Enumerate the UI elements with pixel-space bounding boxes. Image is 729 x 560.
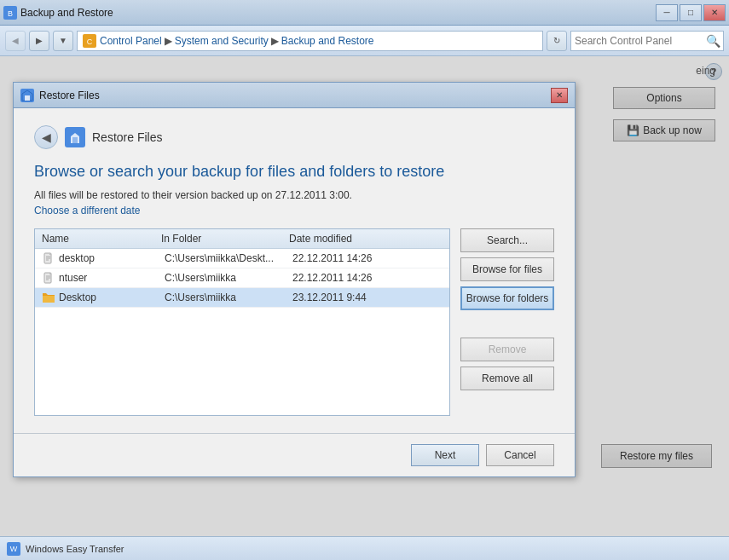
remove-button[interactable]: Remove (460, 338, 554, 361)
remove-all-button[interactable]: Remove all (460, 367, 554, 390)
dialog-title-bar: Restore Files ✕ (14, 83, 575, 108)
icon-letter: W (10, 545, 18, 553)
dialog-back-button[interactable]: ◀ (34, 125, 58, 149)
refresh-button[interactable]: ↻ (547, 31, 567, 51)
title-bar: B Backup and Restore ─ □ ✕ (0, 0, 729, 26)
folder-icon (42, 291, 55, 304)
file-icon (42, 251, 55, 265)
minimize-button[interactable]: ─ (656, 4, 678, 21)
col-header-name: Name (42, 233, 161, 245)
svg-text:B: B (8, 9, 13, 18)
browse-folders-button[interactable]: Browse for folders (460, 286, 554, 310)
file-name: ntuser (59, 272, 165, 284)
change-date-link[interactable]: Choose a different date (34, 205, 141, 216)
dialog-footer: Next Cancel (14, 433, 575, 476)
breadcrumb-part3[interactable]: Backup and Restore (281, 35, 374, 47)
table-row[interactable]: Desktop C:\Users\miikka 23.12.2011 9:44 (35, 288, 449, 308)
address-bar: ◀ ▶ ▼ C Control Panel ▶ System and Secur… (0, 26, 729, 56)
windows-easy-transfer-icon: W (7, 542, 20, 556)
file-date: 22.12.2011 14:26 (292, 272, 443, 284)
dialog-title-icon (20, 89, 34, 102)
restore-dialog: Restore Files ✕ ◀ (13, 82, 576, 477)
refresh-icon: ↻ (553, 36, 560, 45)
dialog-nav-title: Restore Files (92, 130, 162, 144)
file-table-header: Name In Folder Date modified (35, 229, 449, 249)
dialog-close-button[interactable]: ✕ (551, 88, 568, 103)
dropdown-icon: ▼ (59, 36, 67, 45)
dialog-nav-row: ◀ Restore Files (34, 125, 554, 149)
spacer (460, 315, 554, 332)
file-icon (42, 271, 55, 285)
breadcrumb-sep1: ▶ (165, 35, 172, 47)
col-header-folder: In Folder (161, 233, 289, 245)
file-table-container: Name In Folder Date modified (34, 228, 450, 416)
dialog-back-icon: ◀ (42, 130, 51, 144)
forward-icon: ▶ (36, 36, 43, 45)
file-name: Desktop (59, 292, 165, 303)
address-path[interactable]: C Control Panel ▶ System and Security ▶ … (77, 31, 543, 51)
breadcrumb-sep2: ▶ (271, 35, 279, 47)
forward-button[interactable]: ▶ (29, 31, 49, 51)
main-window: B Backup and Restore ─ □ ✕ ◀ ▶ ▼ C Contr… (0, 0, 729, 560)
cancel-button[interactable]: Cancel (486, 444, 554, 466)
content-area: ? eing Options 💾 Back up now Restore my … (0, 56, 729, 536)
title-bar-buttons: ─ □ ✕ (656, 4, 726, 21)
status-bar-text: Windows Easy Transfer (26, 544, 124, 554)
table-row[interactable]: ntuser C:\Users\miikka 22.12.2011 14:26 (35, 268, 449, 288)
search-button[interactable]: Search... (460, 228, 554, 252)
dialog-heading: Browse or search your backup for files a… (34, 163, 554, 181)
breadcrumb-part2[interactable]: System and Security (175, 35, 269, 47)
next-button[interactable]: Next (411, 444, 479, 466)
col-header-date: Date modified (289, 233, 443, 245)
status-bar: W Windows Easy Transfer (0, 536, 729, 560)
maximize-button[interactable]: □ (680, 4, 702, 21)
dialog-subtitle: All files will be restored to their vers… (34, 189, 554, 201)
file-folder: C:\Users\miikka (165, 272, 292, 284)
recent-pages-button[interactable]: ▼ (53, 31, 73, 51)
svg-text:C: C (87, 38, 93, 46)
dialog-main-row: Name In Folder Date modified (34, 228, 554, 416)
dialog-overlay: Restore Files ✕ ◀ (0, 56, 729, 536)
search-box-container: 🔍 (570, 31, 724, 51)
title-bar-icon: B (3, 6, 17, 20)
dialog-nav-icon (65, 127, 85, 147)
file-folder: C:\Users\miikka\Deskt... (165, 252, 292, 264)
browse-files-button[interactable]: Browse for files (460, 257, 554, 281)
search-input[interactable] (575, 35, 706, 47)
file-date: 22.12.2011 14:26 (292, 252, 443, 264)
back-icon: ◀ (12, 36, 19, 45)
back-button[interactable]: ◀ (5, 31, 26, 51)
file-name: desktop (59, 252, 165, 264)
dialog-title-text: Restore Files (39, 89, 551, 101)
search-icon[interactable]: 🔍 (706, 34, 720, 48)
file-folder: C:\Users\miikka (165, 292, 292, 303)
svg-rect-6 (72, 137, 78, 143)
file-date: 23.12.2011 9:44 (292, 292, 443, 303)
dialog-actions: Search... Browse for files Browse for fo… (460, 228, 554, 416)
title-bar-text: Backup and Restore (20, 7, 656, 19)
close-button[interactable]: ✕ (703, 4, 726, 21)
svg-rect-4 (25, 95, 30, 101)
table-row[interactable]: desktop C:\Users\miikka\Deskt... 22.12.2… (35, 249, 449, 268)
breadcrumb-part1[interactable]: Control Panel (100, 35, 162, 47)
dialog-body: ◀ Restore Files Browse or search yo (14, 108, 575, 433)
